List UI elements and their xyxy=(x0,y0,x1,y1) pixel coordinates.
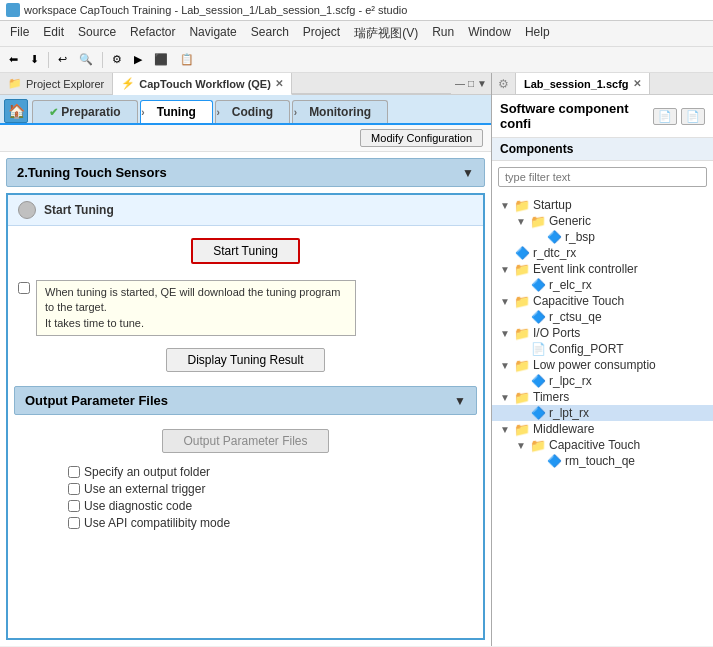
checkbox-2[interactable] xyxy=(68,500,80,512)
tree-toggle-icon[interactable]: ▼ xyxy=(500,200,514,211)
section1-header[interactable]: 2.Tuning Touch Sensors ▼ xyxy=(6,158,485,187)
tree-toggle-icon[interactable]: ▼ xyxy=(516,440,530,451)
folder-icon: 📁 xyxy=(514,358,530,372)
tab-project-explorer[interactable]: 📁 Project Explorer xyxy=(0,73,113,94)
tree-toggle-icon[interactable]: ▼ xyxy=(500,424,514,435)
wf-tab-monitoring[interactable]: Monitoring xyxy=(292,100,388,123)
tree-item[interactable]: ▼📁Capacitive Touch xyxy=(492,437,713,453)
maximize-icon[interactable]: □ xyxy=(468,78,474,89)
minimize-icon[interactable]: — xyxy=(455,78,465,89)
checkbox-item-3: Use API compatilibity mode xyxy=(68,516,453,530)
toolbar-btn-6[interactable]: ▶ xyxy=(129,51,147,68)
tree-container: ▼📁Startup▼📁Generic 🔷r_bsp 🔷r_dtc_rx▼📁Eve… xyxy=(492,193,713,646)
toolbar-btn-2[interactable]: ⬇ xyxy=(25,51,44,68)
tree-item[interactable]: ▼📁I/O Ports xyxy=(492,325,713,341)
tree-item[interactable]: 🔷r_lpc_rx xyxy=(492,373,713,389)
components-label: Components xyxy=(500,142,573,156)
menu-file[interactable]: File xyxy=(4,23,35,44)
tree-item[interactable]: ▼📁Timers xyxy=(492,389,713,405)
menu-help[interactable]: Help xyxy=(519,23,556,44)
section2-title: Output Parameter Files xyxy=(25,393,168,408)
file-icon: 📄 xyxy=(530,342,546,356)
toolbar-btn-8[interactable]: 📋 xyxy=(175,51,199,68)
toolbar-btn-3[interactable]: ↩ xyxy=(53,51,72,68)
toolbar-btn-7[interactable]: ⬛ xyxy=(149,51,173,68)
components-header: Components xyxy=(492,138,713,161)
tab-spacer xyxy=(292,73,451,94)
tree-item[interactable]: 🔷r_lpt_rx xyxy=(492,405,713,421)
tree-item[interactable]: 🔷r_ctsu_qe xyxy=(492,309,713,325)
section2-header[interactable]: Output Parameter Files ▼ xyxy=(14,386,477,415)
tree-item-label: r_lpc_rx xyxy=(549,374,592,388)
tree-toggle-icon[interactable]: ▼ xyxy=(500,392,514,403)
tree-toggle-icon[interactable]: ▼ xyxy=(500,328,514,339)
menu-search[interactable]: Search xyxy=(245,23,295,44)
content-area: Start Tuning Start Tuning When tuning is… xyxy=(6,193,485,640)
wf-tab-tuning[interactable]: Tuning › xyxy=(140,100,213,123)
tree-item[interactable]: ▼📁Generic xyxy=(492,213,713,229)
folder-icon: 📁 xyxy=(514,326,530,340)
menu-window[interactable]: Window xyxy=(462,23,517,44)
tree-item[interactable]: 📄Config_PORT xyxy=(492,341,713,357)
tooltip-container: When tuning is started, QE will download… xyxy=(8,276,483,340)
main-container: 📁 Project Explorer ⚡ CapTouch Workflow (… xyxy=(0,73,713,646)
tree-item[interactable]: ▼📁Middleware xyxy=(492,421,713,437)
modify-config-button[interactable]: Modify Configuration xyxy=(360,129,483,147)
toolbar-btn-4[interactable]: 🔍 xyxy=(74,51,98,68)
tree-toggle-icon[interactable]: ▼ xyxy=(500,360,514,371)
tooltip-checkbox[interactable] xyxy=(18,282,30,294)
menu-renesas[interactable]: 瑞萨视图(V) xyxy=(348,23,424,44)
checkbox-1[interactable] xyxy=(68,483,80,495)
tree-item-label: r_dtc_rx xyxy=(533,246,576,260)
tree-toggle-icon[interactable]: ▼ xyxy=(500,264,514,275)
tree-item[interactable]: 🔷r_bsp xyxy=(492,229,713,245)
tree-item[interactable]: ▼📁Startup xyxy=(492,197,713,213)
menu-navigate[interactable]: Navigate xyxy=(183,23,242,44)
start-tuning-button[interactable]: Start Tuning xyxy=(191,238,300,264)
tree-item-label: Config_PORT xyxy=(549,342,623,356)
tree-item[interactable]: 🔷r_dtc_rx xyxy=(492,245,713,261)
menu-run[interactable]: Run xyxy=(426,23,460,44)
filter-input[interactable] xyxy=(498,167,707,187)
soft-comp-actions: 📄 📄 xyxy=(653,108,705,125)
checkbox-0[interactable] xyxy=(68,466,80,478)
menubar: File Edit Source Refactor Navigate Searc… xyxy=(0,21,713,47)
display-result-button[interactable]: Display Tuning Result xyxy=(166,348,324,372)
soft-comp-action-1[interactable]: 📄 xyxy=(653,108,677,125)
wf-tab-coding[interactable]: Coding › xyxy=(215,100,290,123)
tab-lab-session-label: Lab_session_1.scfg xyxy=(524,78,629,90)
tooltip-text1: When tuning is started, QE will download… xyxy=(45,286,340,313)
menu-project[interactable]: Project xyxy=(297,23,346,44)
tree-item[interactable]: 🔷rm_touch_qe xyxy=(492,453,713,469)
toolbar-btn-5[interactable]: ⚙ xyxy=(107,51,127,68)
tree-item[interactable]: 🔷r_elc_rx xyxy=(492,277,713,293)
checkbox-label-1: Use an external trigger xyxy=(84,482,205,496)
tree-item[interactable]: ▼📁Capacitive Touch xyxy=(492,293,713,309)
tab-project-explorer-label: Project Explorer xyxy=(26,78,104,90)
tree-item[interactable]: ▼📁Low power consumptio xyxy=(492,357,713,373)
file-blue-icon: 🔷 xyxy=(546,454,562,468)
tree-toggle-icon[interactable]: ▼ xyxy=(516,216,530,227)
menu-refactor[interactable]: Refactor xyxy=(124,23,181,44)
output-param-row: Output Parameter Files xyxy=(8,421,483,461)
tree-item[interactable]: ▼📁Event link controller xyxy=(492,261,713,277)
app-icon xyxy=(6,3,20,17)
soft-comp-action-2[interactable]: 📄 xyxy=(681,108,705,125)
checkbox-3[interactable] xyxy=(68,517,80,529)
tree-item-label: Capacitive Touch xyxy=(533,294,624,308)
wf-tab-preparation[interactable]: ✔ Preparatio › xyxy=(32,100,138,123)
menu-source[interactable]: Source xyxy=(72,23,122,44)
close-right-tab[interactable]: ✕ xyxy=(633,78,641,89)
view-menu-icon[interactable]: ▼ xyxy=(477,78,487,89)
toolbar-btn-1[interactable]: ⬅ xyxy=(4,51,23,68)
folder-icon: 📁 xyxy=(514,390,530,404)
home-button[interactable]: 🏠 xyxy=(4,99,28,123)
output-param-button: Output Parameter Files xyxy=(162,429,328,453)
tab-lab-session[interactable]: Lab_session_1.scfg ✕ xyxy=(516,73,650,94)
folder-icon: 📁 xyxy=(514,422,530,436)
tab-captouch-workflow[interactable]: ⚡ CapTouch Workflow (QE) ✕ xyxy=(113,73,292,95)
close-captouch-tab[interactable]: ✕ xyxy=(275,78,283,89)
tree-toggle-icon[interactable]: ▼ xyxy=(500,296,514,307)
left-panel: 📁 Project Explorer ⚡ CapTouch Workflow (… xyxy=(0,73,492,646)
menu-edit[interactable]: Edit xyxy=(37,23,70,44)
